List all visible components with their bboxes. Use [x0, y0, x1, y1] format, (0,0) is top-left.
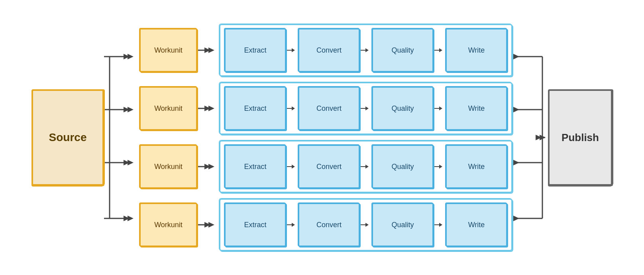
- arrow-wu-to-pipe-4: [197, 219, 219, 231]
- arrow-step-1-3: [434, 46, 446, 54]
- step-quality-1: Quality: [372, 28, 434, 72]
- arrow-step-1-1: [286, 46, 298, 54]
- step-extract-1: Extract: [224, 28, 286, 72]
- step-write-2: Write: [446, 86, 507, 130]
- pipeline-row-4: Workunit Extract Convert: [139, 198, 512, 251]
- workunit-label-4: Workunit: [154, 221, 183, 229]
- step-quality-2: Quality: [372, 86, 434, 130]
- step-quality-3: Quality: [372, 145, 434, 189]
- pipeline-group-1: Extract Convert Quality: [219, 24, 512, 77]
- arrow-step-2-2: [360, 104, 372, 112]
- publish-box: Publish: [548, 90, 612, 185]
- svg-marker-58: [513, 107, 519, 112]
- step-quality-4: Quality: [372, 203, 434, 247]
- svg-marker-48: [439, 223, 442, 227]
- svg-marker-57: [513, 54, 519, 59]
- arrow-wu-to-pipe-3: [197, 161, 219, 173]
- svg-marker-44: [292, 223, 295, 227]
- pipeline-row-1: Workunit Extract Convert: [139, 24, 512, 77]
- workunit-label-2: Workunit: [154, 104, 183, 113]
- arrow-step-4-3: [434, 221, 446, 229]
- step-write-4: Write: [446, 203, 507, 247]
- workunit-box-3: Workunit: [139, 145, 197, 189]
- workunit-box-2: Workunit: [139, 86, 197, 130]
- arrow-step-2-3: [434, 104, 446, 112]
- step-convert-3: Convert: [298, 145, 360, 189]
- source-label: Source: [49, 131, 87, 144]
- svg-marker-26: [292, 106, 295, 110]
- workunit-label-1: Workunit: [154, 46, 183, 55]
- arrow-step-3-3: [434, 163, 446, 171]
- step-write-3: Write: [446, 145, 507, 189]
- step-convert-1: Convert: [298, 28, 360, 72]
- arrow-step-4-2: [360, 221, 372, 229]
- pipeline-group-3: Extract Convert Quality: [219, 140, 512, 193]
- arrow-wu-to-pipe-2: [197, 102, 219, 114]
- collect-connector: [512, 32, 548, 243]
- pipeline-group-4: Extract Convert Quality: [219, 198, 512, 251]
- svg-marker-39: [439, 165, 442, 169]
- workunit-box-1: Workunit: [139, 28, 197, 72]
- branch-connector: [104, 32, 139, 243]
- publish-label: Publish: [562, 132, 599, 144]
- svg-marker-37: [365, 165, 369, 169]
- pipeline-row-2: Workunit Extract Convert: [139, 82, 512, 135]
- workunit-box-4: Workunit: [139, 203, 197, 247]
- pipeline-row-3: Workunit Extract Convert: [139, 140, 512, 193]
- step-extract-4: Extract: [224, 203, 286, 247]
- workunit-label-3: Workunit: [154, 163, 183, 171]
- arrow-step-2-1: [286, 104, 298, 112]
- svg-marker-28: [365, 106, 369, 110]
- svg-marker-60: [513, 216, 519, 221]
- svg-marker-17: [292, 48, 295, 52]
- step-extract-2: Extract: [224, 86, 286, 130]
- step-convert-4: Convert: [298, 203, 360, 247]
- step-write-1: Write: [446, 28, 507, 72]
- svg-marker-46: [365, 223, 369, 227]
- arrow-step-1-2: [360, 46, 372, 54]
- svg-marker-35: [292, 165, 295, 169]
- step-convert-2: Convert: [298, 86, 360, 130]
- source-box: Source: [32, 90, 104, 185]
- svg-marker-21: [439, 48, 442, 52]
- svg-marker-59: [513, 160, 519, 165]
- arrow-step-3-1: [286, 163, 298, 171]
- svg-marker-30: [439, 106, 442, 110]
- arrow-step-3-2: [360, 163, 372, 171]
- arrow-step-4-1: [286, 221, 298, 229]
- pipeline-diagram: Source Workunit: [32, 24, 612, 251]
- svg-marker-19: [365, 48, 369, 52]
- rows-container: Workunit Extract Convert: [139, 24, 512, 251]
- pipeline-group-2: Extract Convert Quality: [219, 82, 512, 135]
- step-extract-3: Extract: [224, 145, 286, 189]
- arrow-wu-to-pipe-1: [197, 44, 219, 56]
